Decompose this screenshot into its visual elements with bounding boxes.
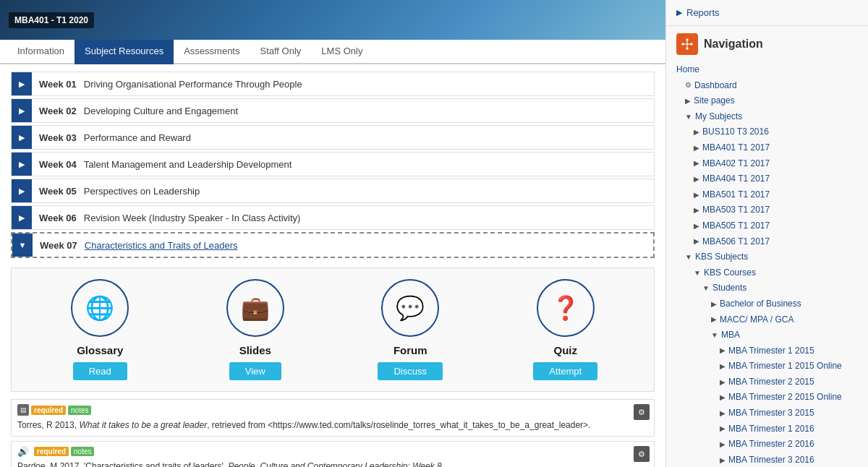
week02-label: Week 02 [32, 106, 84, 116]
mba-t3-2016-arrow-icon: ▶ [720, 454, 726, 467]
glossary-label: Glossary [42, 344, 158, 356]
nav-item-mba402[interactable]: ▶MBA402 T1 2017 [676, 156, 858, 172]
week04-label: Week 04 [32, 159, 84, 170]
nav-item-mba-t2-2015[interactable]: ▶MBA Trimester 2 2015 [676, 374, 858, 390]
macc-arrow-icon: ▶ [711, 313, 717, 326]
nav-item-mba404[interactable]: ▶MBA404 T1 2017 [676, 171, 858, 187]
tab-assessments[interactable]: Assessments [174, 40, 250, 64]
dashboard-icon: ⚙ [685, 79, 692, 92]
week06-toggle[interactable]: ▶ [12, 206, 32, 229]
ref2-settings-btn[interactable]: ⚙ [634, 446, 650, 462]
week03-title: Performance and Reward [84, 132, 191, 143]
tabs-bar: Information Subject Resources Assessment… [0, 40, 665, 64]
reference-item: ▤ required notes Torres, R 2013, What it… [11, 399, 655, 437]
ref1-required-badge: required [31, 406, 66, 415]
nav-item-kbs-subjects[interactable]: ▼KBS Subjects [676, 249, 858, 265]
week01-toggle[interactable]: ▶ [12, 72, 32, 95]
ref2-notes-badge: notes [71, 447, 94, 456]
week01-title: Driving Organisational Performance Throu… [84, 79, 302, 90]
nav-item-mba401-2017[interactable]: ▶MBA401 T1 2017 [676, 140, 858, 156]
nav-header: Navigation [676, 33, 858, 55]
ref2-audio-icon: 🔊 [17, 446, 29, 457]
weeks-container: ▶ Week 01 Driving Organisational Perform… [0, 64, 665, 267]
nav-item-dashboard[interactable]: ⚙Dashboard [676, 78, 858, 94]
week05-toggle[interactable]: ▶ [12, 179, 32, 202]
week02-title: Developing Culture and Engagement [84, 106, 238, 116]
nav-item-mba-t3-2016[interactable]: ▶MBA Trimester 3 2016 [676, 453, 858, 467]
slides-label: Slides [197, 344, 313, 356]
nav-item-kbs-courses[interactable]: ▼KBS Courses [676, 265, 858, 281]
nav-item-mba-t3-2015[interactable]: ▶MBA Trimester 3 2015 [676, 406, 858, 421]
nav-item-mba[interactable]: ▼MBA [676, 327, 858, 343]
week02-toggle[interactable]: ▶ [12, 99, 32, 122]
ref1-settings-btn[interactable]: ⚙ [634, 404, 650, 420]
nav-tree: Home ⚙Dashboard ▶Site pages ▼My Subjects… [676, 62, 858, 467]
week-row: ▶ Week 04 Talent Management and Leadersh… [11, 152, 655, 176]
week07-title: Characteristics and Traits of Leaders [85, 240, 238, 251]
references-container: ▤ required notes Torres, R 2013, What it… [0, 399, 665, 467]
mba503-arrow-icon: ▶ [694, 204, 699, 217]
site-pages-arrow-icon: ▶ [685, 95, 691, 108]
nav-item-home[interactable]: Home [676, 62, 858, 78]
nav-title: Navigation [704, 38, 763, 51]
nav-item-macc[interactable]: ▶MACC/ MPA / GCA [676, 312, 858, 328]
hero-banner: MBA401 - T1 2020 [0, 0, 665, 40]
nav-item-students[interactable]: ▼Students [676, 280, 858, 296]
nav-item-my-subjects[interactable]: ▼My Subjects [676, 109, 858, 125]
tab-information[interactable]: Information [7, 40, 75, 64]
right-sidebar: ▶ Reports Navigation Home [665, 0, 868, 467]
nav-item-mba-t1-2015[interactable]: ▶MBA Trimester 1 2015 [676, 343, 858, 359]
mba-t2-2016-arrow-icon: ▶ [720, 438, 726, 451]
week-row: ▶ Week 06 Revision Week (Industry Speake… [11, 205, 655, 230]
nav-item-mba506[interactable]: ▶MBA506 T1 2017 [676, 234, 858, 250]
nav-item-mba-t1-2016[interactable]: ▶MBA Trimester 1 2016 [676, 421, 858, 437]
course-badge: MBA401 - T1 2020 [9, 12, 94, 28]
week03-toggle[interactable]: ▶ [12, 126, 32, 149]
mba-t1-2015-online-arrow-icon: ▶ [720, 360, 726, 373]
mba402-arrow-icon: ▶ [694, 157, 699, 170]
nav-item-bus110[interactable]: ▶BUS110 T3 2016 [676, 124, 858, 140]
ref1-text: Torres, R 2013, What it takes to be a gr… [17, 419, 648, 432]
week07-row: ▼ Week 07 Characteristics and Traits of … [11, 232, 655, 258]
week-row: ▶ Week 03 Performance and Reward [11, 125, 655, 150]
nav-item-mba-t2-2015-online[interactable]: ▶MBA Trimester 2 2015 Online [676, 390, 858, 406]
ref1-notes-badge: notes [68, 406, 91, 415]
mba501-arrow-icon: ▶ [694, 189, 699, 202]
week06-title: Revision Week (Industry Speaker - In Cla… [84, 213, 301, 223]
bachelor-arrow-icon: ▶ [711, 298, 717, 311]
reports-row[interactable]: ▶ Reports [676, 7, 858, 18]
mba401-2017-arrow-icon: ▶ [694, 142, 699, 155]
nav-item-bachelor[interactable]: ▶Bachelor of Business [676, 296, 858, 312]
tab-staff-only[interactable]: Staff Only [250, 40, 311, 64]
bus110-arrow-icon: ▶ [694, 126, 699, 139]
week06-label: Week 06 [32, 213, 84, 223]
forum-label: Forum [352, 344, 468, 356]
reports-section: ▶ Reports [666, 0, 868, 26]
week07-toggle[interactable]: ▼ [12, 234, 33, 257]
week04-toggle[interactable]: ▶ [12, 153, 32, 176]
tab-lms-only[interactable]: LMS Only [311, 40, 373, 64]
nav-item-mba505[interactable]: ▶MBA505 T1 2017 [676, 218, 858, 234]
week07-label: Week 07 [33, 240, 85, 251]
nav-item-mba-t1-2015-online[interactable]: ▶MBA Trimester 1 2015 Online [676, 359, 858, 374]
mba505-arrow-icon: ▶ [694, 220, 699, 233]
quiz-btn[interactable]: Attempt [533, 362, 597, 380]
ref1-file-icon: ▤ [17, 404, 29, 416]
week03-label: Week 03 [32, 132, 84, 143]
nav-item-mba-t2-2016[interactable]: ▶MBA Trimester 2 2016 [676, 437, 858, 453]
nav-item-site-pages[interactable]: ▶Site pages [676, 93, 858, 109]
glossary-btn[interactable]: Read [73, 362, 127, 380]
svg-rect-3 [686, 48, 689, 50]
nav-item-mba503[interactable]: ▶MBA503 T1 2017 [676, 202, 858, 218]
week05-label: Week 05 [32, 186, 84, 197]
reports-arrow-icon: ▶ [676, 8, 682, 17]
nav-item-mba501[interactable]: ▶MBA501 T1 2017 [676, 187, 858, 203]
forum-btn[interactable]: Discuss [378, 362, 443, 380]
reports-link[interactable]: Reports [686, 7, 720, 18]
ref2-text: Pardoe, M 2017, 'Characteristics and tra… [17, 460, 648, 467]
slides-btn[interactable]: View [229, 362, 281, 380]
week01-label: Week 01 [32, 79, 84, 90]
week05-title: Perspectives on Leadership [84, 186, 200, 197]
reference-item: 🔊 required notes Pardoe, M 2017, 'Charac… [11, 441, 655, 467]
tab-subject-resources[interactable]: Subject Resources [75, 40, 174, 64]
